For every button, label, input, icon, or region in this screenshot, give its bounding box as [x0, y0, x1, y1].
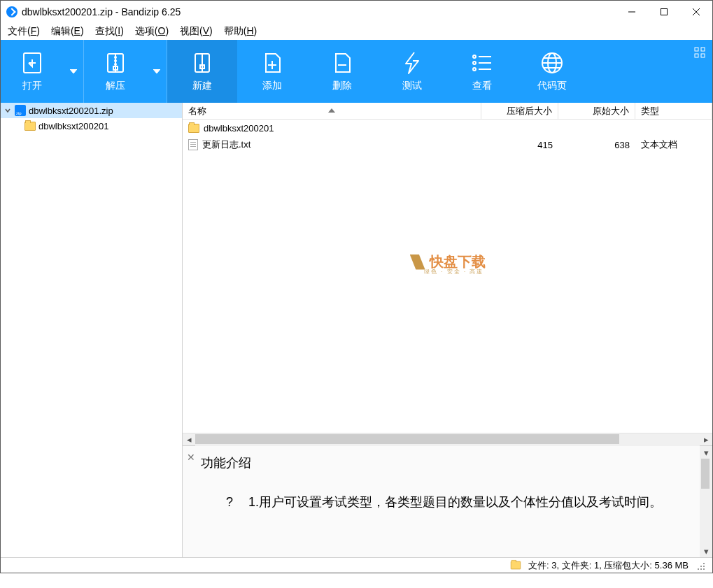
add-icon [260, 50, 285, 76]
svg-rect-33 [701, 54, 705, 57]
menubar: 文件(F) 编辑(E) 查找(I) 选项(O) 视图(V) 帮助(H) [1, 23, 712, 40]
row-type: 文本文档 [635, 138, 712, 151]
collapse-icon[interactable] [3, 106, 12, 115]
view-icon [470, 50, 495, 76]
menu-find[interactable]: 查找(I) [94, 24, 125, 39]
toolbar-view-button[interactable]: 查看 [447, 40, 517, 103]
svg-marker-34 [328, 108, 335, 113]
list-header: 名称 压缩后大小 原始大小 类型 [183, 103, 712, 120]
list-body: dbwlbksxt200201 更新日志.txt 415 638 文本文档 快盘… [183, 120, 712, 433]
toolbar-delete-label: 删除 [332, 80, 352, 92]
horizontal-scrollbar[interactable]: ◂ ▸ [183, 433, 712, 445]
scroll-track[interactable] [700, 459, 712, 545]
folder-icon [188, 124, 199, 133]
scroll-right-icon[interactable]: ▸ [700, 433, 712, 446]
watermark-sub: 绿色 · 安全 · 高速 [424, 268, 483, 275]
open-icon [20, 50, 45, 76]
svg-rect-31 [701, 48, 705, 51]
row-original: 638 [558, 140, 635, 150]
scroll-up-icon[interactable]: ▾ [700, 446, 712, 459]
svg-point-9 [115, 60, 116, 62]
svg-point-8 [115, 57, 116, 58]
column-compressed-label: 压缩后大小 [507, 105, 552, 117]
minimize-button[interactable] [616, 1, 648, 23]
toolbar-extract-button[interactable]: 解压 [84, 40, 147, 103]
menu-view[interactable]: 视图(V) [178, 24, 214, 39]
preview-pane: ✕ 功能介绍 ?1.用户可设置考试类型，各类型题目的数量以及个体性分值以及考试时… [183, 445, 712, 557]
svg-rect-32 [695, 54, 698, 57]
preview-scrollbar[interactable]: ▾ ▾ [700, 446, 712, 557]
zip-icon [15, 105, 26, 116]
list-row[interactable]: 更新日志.txt 415 638 文本文档 [183, 136, 712, 153]
preview-title: 功能介绍 [201, 454, 687, 471]
scroll-track[interactable] [195, 433, 700, 446]
sidebar-tree: dbwlbksxt200201.zip dbwlbksxt200201 [1, 103, 183, 557]
toolbar-extract-dropdown[interactable] [147, 40, 167, 103]
toolbar-open-button[interactable]: 打开 [1, 40, 64, 103]
menu-edit[interactable]: 编辑(E) [50, 24, 85, 39]
tree-child[interactable]: dbwlbksxt200201 [1, 118, 182, 134]
svg-rect-30 [695, 48, 698, 51]
tree-root[interactable]: dbwlbksxt200201.zip [1, 103, 182, 118]
scroll-down-icon[interactable]: ▾ [700, 545, 712, 557]
watermark-logo-icon [410, 254, 425, 270]
preview-close-button[interactable]: ✕ [183, 446, 198, 557]
toolbar-extract-label: 解压 [106, 80, 125, 92]
column-original-label: 原始大小 [593, 105, 629, 117]
column-name[interactable]: 名称 [183, 103, 481, 119]
tree-root-label: dbwlbksxt200201.zip [29, 106, 113, 116]
toolbar-add-button[interactable]: 添加 [237, 40, 307, 103]
toolbar-codepage-label: 代码页 [537, 80, 567, 92]
toolbar-overflow-button[interactable] [694, 47, 705, 60]
preview-content: 功能介绍 ?1.用户可设置考试类型，各类型题目的数量以及个体性分值以及考试时间。 [198, 446, 700, 557]
new-icon [190, 50, 215, 76]
menu-option[interactable]: 选项(O) [134, 24, 170, 39]
column-compressed[interactable]: 压缩后大小 [481, 103, 558, 119]
resize-grip[interactable] [696, 561, 705, 571]
row-name: dbwlbksxt200201 [204, 123, 274, 134]
main-panel: 名称 压缩后大小 原始大小 类型 dbwlbksxt200201 更新日志.tx… [183, 103, 712, 557]
column-type[interactable]: 类型 [635, 103, 712, 119]
codepage-icon [539, 50, 565, 76]
toolbar-view-label: 查看 [472, 80, 492, 92]
maximize-button[interactable] [648, 1, 680, 23]
text-file-icon [188, 139, 198, 150]
svg-marker-5 [70, 69, 77, 73]
close-button[interactable] [680, 1, 712, 23]
preview-paragraph: ?1.用户可设置考试类型，各类型题目的数量以及个体性分值以及考试时间。 [201, 489, 687, 516]
toolbar-open-dropdown[interactable] [64, 40, 83, 103]
svg-marker-12 [153, 69, 160, 73]
window-controls [616, 1, 712, 23]
body: dbwlbksxt200201.zip dbwlbksxt200201 名称 压… [1, 103, 712, 557]
sort-asc-icon [328, 104, 335, 115]
toolbar-codepage-button[interactable]: 代码页 [517, 40, 587, 103]
row-compressed: 415 [481, 140, 558, 150]
scroll-thumb[interactable] [701, 459, 710, 489]
test-icon [400, 50, 425, 76]
window-title: dbwlbksxt200201.zip - Bandizip 6.25 [22, 6, 616, 17]
app-icon [6, 6, 17, 17]
toolbar: 打开 解压 新建 添加 删除 测试 查看 [1, 40, 712, 103]
toolbar-open-label: 打开 [22, 80, 42, 92]
svg-rect-1 [661, 9, 668, 15]
extract-icon [103, 50, 128, 76]
toolbar-test-button[interactable]: 测试 [377, 40, 447, 103]
menu-file[interactable]: 文件(F) [6, 24, 41, 39]
column-original[interactable]: 原始大小 [558, 103, 635, 119]
list-row[interactable]: dbwlbksxt200201 [183, 120, 712, 136]
toolbar-new-button[interactable]: 新建 [167, 40, 237, 103]
folder-icon [511, 561, 521, 570]
svg-point-23 [473, 68, 476, 71]
scroll-thumb[interactable] [195, 434, 619, 444]
toolbar-add-label: 添加 [262, 80, 282, 92]
tree-child-label: dbwlbksxt200201 [38, 121, 108, 131]
menu-help[interactable]: 帮助(H) [223, 24, 258, 39]
watermark: 快盘下载 绿色 · 安全 · 高速 [410, 252, 486, 271]
toolbar-delete-button[interactable]: 删除 [307, 40, 377, 103]
titlebar: dbwlbksxt200201.zip - Bandizip 6.25 [1, 1, 712, 23]
folder-icon [24, 122, 36, 131]
toolbar-test-label: 测试 [402, 80, 422, 92]
main-window: dbwlbksxt200201.zip - Bandizip 6.25 文件(F… [0, 0, 713, 573]
scroll-left-icon[interactable]: ◂ [183, 433, 195, 446]
column-type-label: 类型 [641, 105, 659, 117]
